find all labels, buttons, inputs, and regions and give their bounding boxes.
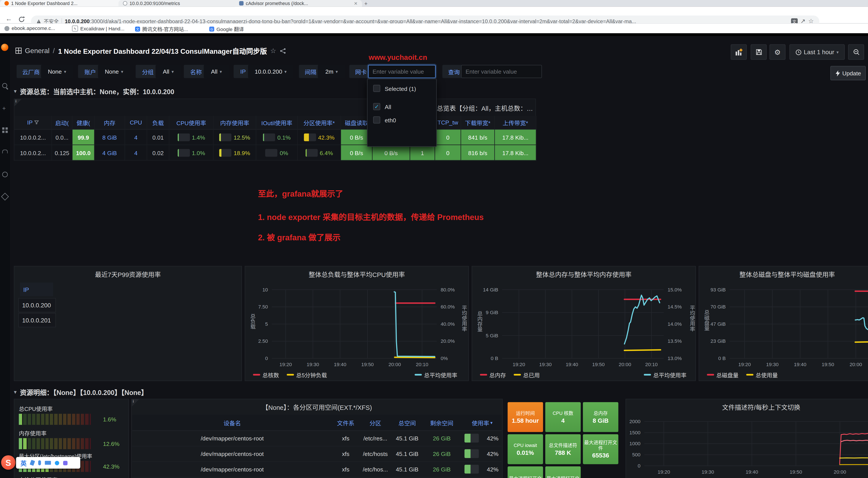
bookmark-google-translate[interactable]: G Google 翻译 (209, 26, 244, 33)
alerting-bell-icon[interactable] (2, 150, 8, 154)
tab-cadvisor[interactable]: cAdvisor prometheus (/dock... ✕ (235, 0, 362, 6)
col-header-device[interactable]: 设备名 (132, 415, 333, 430)
col-header-usage[interactable]: 使用率▾ (461, 415, 503, 430)
dropdown-selected-summary[interactable]: Selected (1) (373, 85, 416, 92)
tab-metrics[interactable]: 10.0.0.200:9100/metrics ✕ (119, 0, 243, 6)
col-header[interactable]: 内存使用率 (214, 116, 256, 129)
var-value-ip[interactable]: 10.0.0.200▾ (248, 65, 293, 78)
config-gear-icon[interactable] (2, 172, 8, 177)
favorite-star-icon[interactable]: ☆ (270, 47, 276, 54)
ime-toolbox-icon[interactable] (55, 460, 59, 465)
netcard-variable-input[interactable] (368, 65, 436, 78)
bookmark-excalidraw[interactable]: ✎ Excalidraw | Hand... (72, 26, 125, 32)
p99-col-header[interactable]: IP (20, 282, 53, 296)
section-overview[interactable]: ▾ 资源总览：当前选中主机：None，实例：10.0.0.200 (14, 87, 174, 96)
var-value-name[interactable]: All▾ (204, 65, 229, 78)
legend-item[interactable]: 总核数 (253, 370, 279, 379)
y-left-axis-label: 总磁盘量 (703, 309, 710, 331)
shield-icon[interactable] (1, 193, 9, 201)
time-range-picker[interactable]: Last 1 hour ▾ (789, 44, 845, 60)
checkbox-icon[interactable] (373, 85, 380, 92)
checkbox-icon[interactable] (373, 116, 380, 123)
col-header[interactable]: 上传带宽* (495, 116, 536, 129)
back-icon[interactable]: ← (5, 16, 12, 22)
filter-funnel-icon[interactable] (34, 120, 39, 124)
legend-item[interactable]: 总已用 (514, 370, 540, 379)
col-header[interactable]: CPU使用率 (169, 116, 214, 129)
grafana-logo[interactable] (1, 44, 8, 51)
folder-name[interactable]: General (25, 47, 50, 54)
p99-panel-title[interactable]: 最近7天P99资源使用率 (14, 270, 242, 279)
col-header[interactable]: IOutil使用率 (256, 116, 298, 129)
bookmark-ebook[interactable]: ebook.apecome.c... (4, 26, 55, 31)
update-button[interactable]: Update (831, 66, 866, 80)
query-variable-input[interactable] (461, 65, 542, 78)
usage-bar (464, 465, 479, 474)
share-dashboard-icon[interactable] (279, 48, 286, 54)
dashboards-icon[interactable] (2, 127, 4, 129)
legend-item[interactable]: 总平均使用率 (414, 370, 457, 379)
var-value-interval[interactable]: 2m▾ (318, 65, 345, 78)
new-tab-button[interactable]: + (356, 0, 375, 6)
p99-row-ip[interactable]: 10.0.0.200 (18, 298, 56, 312)
dropdown-option-all[interactable]: ✓ All (373, 103, 391, 110)
cell-cpu[interactable]: 4 (125, 145, 147, 160)
var-value-vendor[interactable]: None▾ (41, 65, 73, 78)
col-header[interactable]: 负载 (147, 116, 169, 129)
p99-row-ip[interactable]: 10.0.0.201 (18, 313, 56, 327)
panel-title[interactable]: 整体总负载与整体平均CPU使用率 (245, 270, 468, 279)
sogou-ime-logo[interactable]: S (1, 455, 16, 470)
cell-mem[interactable]: 8 GiB (95, 129, 125, 145)
col-header[interactable]: 内存 (95, 116, 125, 129)
col-header-ip[interactable]: IP (14, 116, 52, 129)
col-header-fs[interactable]: 文件系 (333, 415, 359, 430)
reload-icon[interactable] (18, 16, 25, 23)
section-detail[interactable]: ▾ 资源明细：【None】【10.0.0.200】【None】 (14, 387, 148, 396)
breadcrumb-separator: / (53, 47, 55, 54)
col-header-free[interactable]: 剩余空间 (423, 415, 461, 430)
panel-title[interactable]: 整体总磁盘与整体平均磁盘使用率 (699, 270, 868, 279)
zoom-out-button[interactable] (848, 44, 864, 60)
apps-grid-icon[interactable] (16, 48, 22, 54)
dropdown-option-eth0[interactable]: eth0 (373, 116, 396, 123)
save-dashboard-button[interactable] (750, 44, 767, 60)
ime-pen-icon[interactable] (30, 460, 35, 466)
section-detail-label: 资源明细：【None】【10.0.0.200】【None】 (20, 387, 148, 396)
tab-dashboard[interactable]: 1 Node Exporter Dashboard 2... ✕ (0, 0, 126, 6)
dashboard-title[interactable]: 1 Node Exporter Dashboard 22/04/13 Consu… (58, 46, 267, 56)
panel-info-icon[interactable]: i (14, 99, 22, 107)
col-header[interactable]: CPU (125, 116, 147, 129)
add-panel-button[interactable] (731, 44, 747, 60)
legend-item[interactable]: 总使用量 (746, 370, 778, 379)
bookmark-tencent-docs[interactable]: 文 腾讯文档-官方网站... (135, 26, 188, 33)
col-header[interactable]: 启动( (52, 116, 72, 129)
cell-ip[interactable]: 10.0.0.2... (14, 145, 52, 160)
ime-lang-toggle[interactable]: 英 (21, 458, 27, 467)
cell-ip[interactable]: 10.0.0.2... (14, 129, 52, 145)
var-value-account[interactable]: None▾ (98, 65, 130, 78)
legend-item[interactable]: 总磁盘量 (707, 370, 739, 379)
col-header-total[interactable]: 总空间 (392, 415, 422, 430)
legend-item[interactable]: 总5分钟负载 (287, 370, 327, 379)
var-value-group[interactable]: All▾ (156, 65, 181, 78)
overview-panel-title[interactable]: 总览表【分组：All，主机总数：2】 (437, 103, 535, 113)
col-header[interactable]: TCP_tw (435, 116, 461, 129)
legend-item[interactable]: 总内存 (480, 370, 506, 379)
cell-cpu[interactable]: 4 (125, 129, 147, 145)
ime-toolbar[interactable]: 英 (16, 457, 80, 469)
ime-mic-icon[interactable] (38, 460, 41, 465)
col-header[interactable]: 下载带宽* (461, 116, 495, 129)
ime-grid-icon[interactable] (63, 460, 67, 465)
partitions-panel-title[interactable]: 【None】：各分区可用空间(EXT.*/XFS) (132, 402, 502, 412)
cell-mem[interactable]: 4 GiB (95, 145, 125, 160)
legend-item[interactable]: 总平均使用率 (644, 370, 686, 379)
col-header-partition[interactable]: 分区 (359, 415, 392, 430)
col-header[interactable]: 健康( (72, 116, 95, 129)
dashboard-settings-gear-icon[interactable]: ⚙ (770, 44, 786, 60)
ime-keyboard-icon[interactable] (45, 461, 51, 465)
create-plus-icon[interactable]: + (2, 105, 6, 111)
panel-title[interactable]: 文件描述符/每秒上下文切换 (626, 402, 868, 412)
col-header[interactable]: 分区使用率* (298, 116, 341, 129)
checkbox-checked-icon[interactable]: ✓ (373, 103, 380, 110)
panel-title[interactable]: 整体总内存与整体平均内存使用率 (472, 270, 695, 279)
